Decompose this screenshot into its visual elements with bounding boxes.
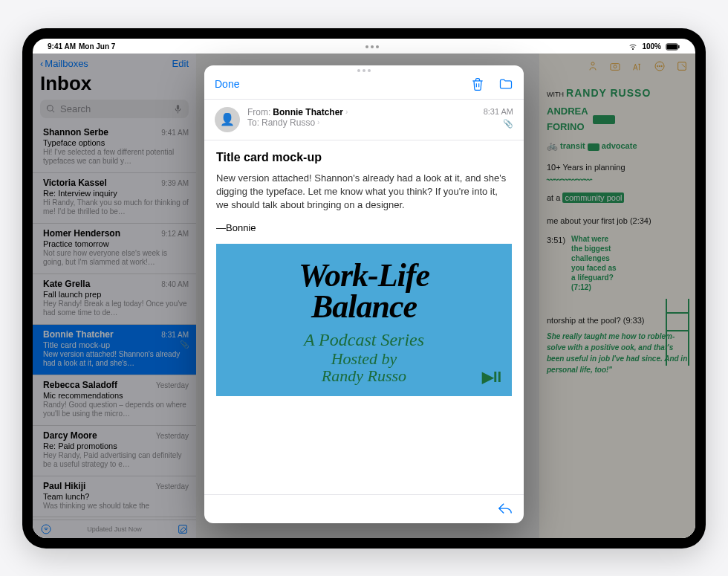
reply-icon[interactable] — [497, 501, 513, 517]
paperclip-icon: 📎 — [503, 119, 513, 129]
svg-rect-2 — [678, 45, 679, 48]
dim-overlay[interactable] — [33, 54, 196, 538]
modal-grabber[interactable] — [204, 65, 524, 72]
battery-icon — [666, 43, 680, 51]
status-time: 9:41 AM — [48, 42, 76, 51]
message-subject: Title card mock-up — [216, 151, 512, 164]
mail-app: ‹Mailboxes Edit Inbox Search Shannon Ser… — [33, 54, 196, 538]
folder-icon[interactable] — [498, 77, 513, 91]
wifi-icon — [628, 42, 637, 51]
message-header: 👤 From: Bonnie Thatcher › To: Randy Russ… — [204, 99, 524, 140]
svg-rect-1 — [666, 44, 677, 49]
sender-avatar[interactable]: 👤 — [215, 107, 240, 132]
status-date: Mon Jun 7 — [79, 42, 115, 51]
dim-overlay[interactable] — [539, 54, 695, 538]
mail-message-modal: Done 👤 From: Bonnie Thatcher › To: Randy… — [204, 65, 524, 523]
chevron-right-icon: › — [317, 118, 319, 126]
play-pause-icon: ▶II — [482, 368, 501, 386]
multitask-indicator[interactable] — [365, 45, 379, 48]
message-text: New version attached! Shannon's already … — [216, 172, 512, 213]
message-time: 8:31 AM — [484, 107, 513, 116]
chevron-right-icon: › — [345, 108, 348, 116]
status-bar: 9:41 AM Mon Jun 7 100% — [33, 39, 695, 54]
ipad-screen: 9:41 AM Mon Jun 7 100% ‹Mailboxes Edit I… — [33, 39, 695, 538]
notes-app: WITH RANDY RUSSO ANDREA FORINO 🚲 transit… — [539, 54, 695, 538]
battery-percent: 100% — [642, 42, 661, 51]
signature: —Bonnie — [216, 222, 512, 233]
title-card-attachment[interactable]: Work-Life Balance A Podcast Series Hoste… — [216, 244, 512, 396]
ipad-device-frame: 9:41 AM Mon Jun 7 100% ‹Mailboxes Edit I… — [22, 28, 706, 549]
message-body[interactable]: Title card mock-up New version attached!… — [204, 140, 524, 494]
done-button[interactable]: Done — [215, 78, 239, 90]
reply-bar — [204, 494, 524, 523]
trash-icon[interactable] — [470, 77, 485, 91]
